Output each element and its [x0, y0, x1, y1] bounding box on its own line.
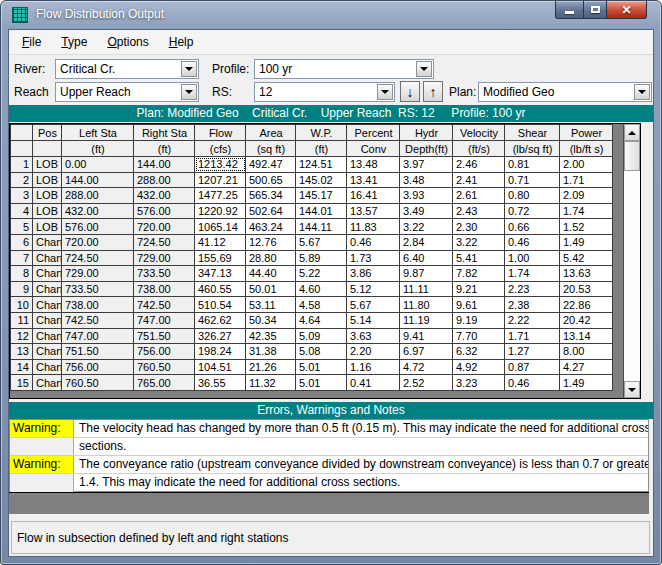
- table-cell[interactable]: Chan: [33, 328, 62, 344]
- row-number[interactable]: 5: [11, 219, 33, 235]
- table-cell[interactable]: 53.11: [246, 297, 296, 313]
- row-number[interactable]: 2: [11, 172, 33, 188]
- table-cell[interactable]: 733.50: [134, 266, 195, 282]
- table-cell[interactable]: 9.87: [400, 266, 453, 282]
- menu-help[interactable]: Help: [169, 35, 194, 49]
- table-cell[interactable]: Chan: [33, 359, 62, 375]
- table-cell[interactable]: 2.84: [400, 234, 453, 250]
- table-cell[interactable]: 4.58: [296, 297, 347, 313]
- table-cell[interactable]: 751.50: [62, 344, 134, 360]
- table-cell[interactable]: 0.46: [505, 234, 560, 250]
- chevron-down-icon[interactable]: [181, 61, 197, 77]
- table-cell[interactable]: 510.54: [195, 297, 246, 313]
- table-cell[interactable]: 460.55: [195, 281, 246, 297]
- table-cell[interactable]: 2.09: [560, 188, 613, 204]
- table-cell[interactable]: Chan: [33, 297, 62, 313]
- table-cell[interactable]: 11.32: [246, 375, 296, 391]
- table-cell[interactable]: 1477.25: [195, 188, 246, 204]
- table-cell[interactable]: Chan: [33, 266, 62, 282]
- table-cell[interactable]: 576.00: [62, 219, 134, 235]
- table-cell[interactable]: 7.70: [453, 328, 505, 344]
- table-cell[interactable]: 1.71: [505, 328, 560, 344]
- table-cell[interactable]: 3.93: [400, 188, 453, 204]
- table-cell[interactable]: 4.72: [400, 359, 453, 375]
- table-cell[interactable]: 742.50: [62, 312, 134, 328]
- table-cell[interactable]: 13.14: [560, 328, 613, 344]
- table-cell[interactable]: 11.11: [400, 281, 453, 297]
- table-cell[interactable]: 144.00: [62, 172, 134, 188]
- table-cell[interactable]: 1.00: [505, 250, 560, 266]
- table-cell[interactable]: Chan: [33, 250, 62, 266]
- table-cell[interactable]: 1.49: [560, 234, 613, 250]
- table-cell[interactable]: 1065.14: [195, 219, 246, 235]
- table-cell[interactable]: 500.65: [246, 172, 296, 188]
- table-cell[interactable]: 742.50: [134, 297, 195, 313]
- table-cell[interactable]: Chan: [33, 234, 62, 250]
- table-cell[interactable]: 13.41: [347, 172, 400, 188]
- table-cell[interactable]: 124.51: [296, 157, 347, 173]
- table-cell[interactable]: 198.24: [195, 344, 246, 360]
- table-cell[interactable]: 576.00: [134, 203, 195, 219]
- rs-combobox[interactable]: 12: [254, 82, 395, 102]
- table-cell[interactable]: 756.00: [62, 359, 134, 375]
- chevron-down-icon[interactable]: [377, 84, 393, 100]
- table-cell[interactable]: 6.40: [400, 250, 453, 266]
- table-cell[interactable]: 13.57: [347, 203, 400, 219]
- table-cell[interactable]: 6.97: [400, 344, 453, 360]
- table-cell[interactable]: 5.08: [296, 344, 347, 360]
- row-number[interactable]: 10: [11, 297, 33, 313]
- table-cell[interactable]: 760.50: [134, 359, 195, 375]
- table-cell[interactable]: 463.24: [246, 219, 296, 235]
- table-cell[interactable]: 155.69: [195, 250, 246, 266]
- table-cell[interactable]: 565.34: [246, 188, 296, 204]
- table-cell[interactable]: 0.81: [505, 157, 560, 173]
- table-cell[interactable]: 3.97: [400, 157, 453, 173]
- table-cell[interactable]: 432.00: [134, 188, 195, 204]
- table-cell[interactable]: 2.52: [400, 375, 453, 391]
- table-cell[interactable]: 50.01: [246, 281, 296, 297]
- table-cell[interactable]: 720.00: [62, 234, 134, 250]
- table-cell[interactable]: 5.01: [296, 359, 347, 375]
- table-cell[interactable]: 1.49: [560, 375, 613, 391]
- table-cell[interactable]: LOB: [33, 188, 62, 204]
- row-number[interactable]: 4: [11, 203, 33, 219]
- table-cell[interactable]: 6.32: [453, 344, 505, 360]
- close-button[interactable]: ✕: [607, 1, 647, 19]
- table-cell[interactable]: 2.38: [505, 297, 560, 313]
- table-cell[interactable]: 2.61: [453, 188, 505, 204]
- table-cell[interactable]: 432.00: [62, 203, 134, 219]
- chevron-down-icon[interactable]: [181, 84, 197, 100]
- table-cell[interactable]: LOB: [33, 203, 62, 219]
- table-cell[interactable]: 9.19: [453, 312, 505, 328]
- table-cell[interactable]: 1.73: [347, 250, 400, 266]
- table-cell[interactable]: 9.41: [400, 328, 453, 344]
- table-cell[interactable]: 2.30: [453, 219, 505, 235]
- table-cell[interactable]: 747.00: [62, 328, 134, 344]
- table-cell[interactable]: 738.00: [134, 281, 195, 297]
- chevron-down-icon[interactable]: [634, 84, 650, 100]
- table-cell[interactable]: 44.40: [246, 266, 296, 282]
- table-cell[interactable]: 347.13: [195, 266, 246, 282]
- table-cell[interactable]: 0.72: [505, 203, 560, 219]
- table-cell[interactable]: 5.22: [296, 266, 347, 282]
- table-cell[interactable]: 12.76: [246, 234, 296, 250]
- table-cell[interactable]: 733.50: [62, 281, 134, 297]
- table-cell[interactable]: 5.01: [296, 375, 347, 391]
- table-cell[interactable]: 1.71: [560, 172, 613, 188]
- table-cell[interactable]: 738.00: [62, 297, 134, 313]
- table-cell[interactable]: 5.89: [296, 250, 347, 266]
- table-cell[interactable]: 144.01: [296, 203, 347, 219]
- table-cell[interactable]: 5.41: [453, 250, 505, 266]
- table-cell[interactable]: 5.42: [560, 250, 613, 266]
- table-cell[interactable]: 3.22: [400, 219, 453, 235]
- table-cell[interactable]: 751.50: [134, 328, 195, 344]
- table-cell[interactable]: 104.51: [195, 359, 246, 375]
- table-cell[interactable]: 0.87: [505, 359, 560, 375]
- table-cell[interactable]: 724.50: [62, 250, 134, 266]
- plan-combobox[interactable]: Modified Geo: [478, 82, 652, 102]
- table-cell[interactable]: 11.83: [347, 219, 400, 235]
- table-cell[interactable]: 145.17: [296, 188, 347, 204]
- table-cell[interactable]: 326.27: [195, 328, 246, 344]
- table-cell[interactable]: 13.63: [560, 266, 613, 282]
- table-cell[interactable]: 8.00: [560, 344, 613, 360]
